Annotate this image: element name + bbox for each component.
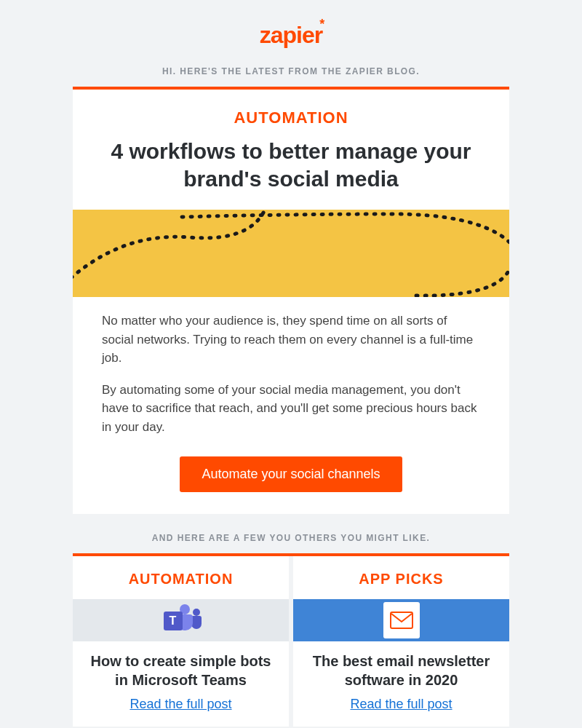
svg-rect-0 xyxy=(391,612,412,628)
feature-cta-button[interactable]: Automate your social channels xyxy=(180,456,402,492)
article-grid: AUTOMATION T How to create simple bots i… xyxy=(73,556,509,727)
logo[interactable]: zapier * xyxy=(73,22,509,49)
secondary-intro-text: AND HERE ARE A FEW YOU OTHERS YOU MIGHT … xyxy=(73,533,509,543)
feature-card: AUTOMATION 4 workflows to better manage … xyxy=(73,90,509,514)
feature-para-1: No matter who your audience is, they spe… xyxy=(102,312,480,368)
feature-para-2: By automating some of your social media … xyxy=(102,381,480,437)
intro-text: HI. HERE'S THE LATEST FROM THE ZAPIER BL… xyxy=(73,66,509,76)
logo-text: zapier xyxy=(260,22,322,48)
article-category: APP PICKS xyxy=(293,556,509,599)
feature-image xyxy=(73,210,509,297)
logo-asterisk-icon: * xyxy=(319,17,324,31)
teams-icon: T xyxy=(162,604,200,636)
article-card: APP PICKS The best email newsletter soft… xyxy=(293,556,509,727)
article-image: T xyxy=(73,599,289,641)
mail-icon xyxy=(383,602,420,638)
feature-body: No matter who your audience is, they spe… xyxy=(73,297,509,436)
article-title: The best email newsletter software in 20… xyxy=(293,641,509,694)
article-card: AUTOMATION T How to create simple bots i… xyxy=(73,556,289,727)
read-post-link[interactable]: Read the full post xyxy=(293,694,509,727)
article-title: How to create simple bots in Microsoft T… xyxy=(73,641,289,694)
article-category: AUTOMATION xyxy=(73,556,289,599)
feature-headline: 4 workflows to better manage your brand'… xyxy=(73,127,509,210)
article-image xyxy=(293,599,509,641)
feature-category: AUTOMATION xyxy=(73,90,509,127)
read-post-link[interactable]: Read the full post xyxy=(73,694,289,727)
